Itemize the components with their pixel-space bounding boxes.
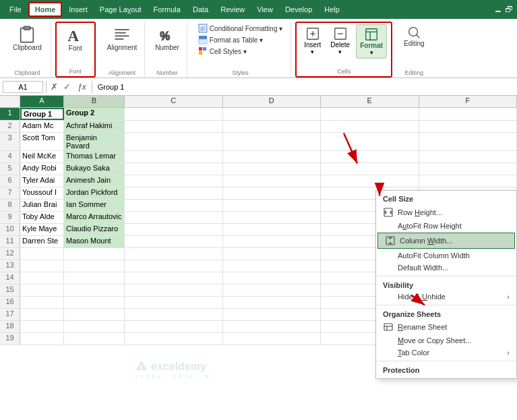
cell[interactable] (125, 121, 223, 132)
cell[interactable] (125, 163, 223, 175)
cell[interactable]: Jordan Pickford (64, 187, 125, 199)
cell[interactable] (20, 284, 64, 296)
cell[interactable] (321, 121, 419, 132)
menu-item-home[interactable]: Home (28, 2, 63, 17)
maxrestore-icon[interactable]: 🗗 (505, 5, 513, 14)
menu-item-review[interactable]: Review (215, 3, 250, 16)
cell[interactable] (20, 248, 64, 260)
cell-a1[interactable]: Group 1 (20, 108, 64, 120)
col-header-c[interactable]: C (125, 96, 223, 107)
cell[interactable] (223, 236, 322, 247)
col-header-f[interactable]: F (419, 96, 518, 107)
menu-item-pagelayout[interactable]: Page Layout (94, 3, 147, 16)
cell[interactable]: Kyle Maye (20, 224, 64, 235)
cell[interactable] (223, 200, 322, 211)
formula-input[interactable]: Group 1 (95, 82, 514, 92)
cell[interactable]: Scott Tom (20, 133, 64, 150)
cell[interactable] (125, 309, 223, 320)
cell[interactable] (223, 321, 322, 332)
cell[interactable]: Julian Brai (20, 200, 64, 211)
cell[interactable] (64, 333, 125, 344)
cell[interactable] (64, 248, 125, 260)
formula-fx-icon[interactable]: ƒx (75, 82, 89, 92)
row-height-item[interactable]: Row Height... (376, 205, 516, 220)
format-button[interactable]: Format ▾ (356, 24, 387, 59)
cell[interactable]: Darren Ste (20, 236, 64, 247)
cell[interactable] (223, 151, 322, 162)
cell[interactable]: Ian Sommer (64, 200, 125, 211)
cell[interactable] (125, 333, 223, 344)
cell[interactable] (64, 284, 125, 296)
cell[interactable] (64, 260, 125, 272)
tab-color-item[interactable]: Tab Color › (376, 347, 516, 359)
menu-item-insert[interactable]: Insert (63, 3, 93, 16)
insert-button[interactable]: Insert ▾ (301, 24, 324, 57)
col-header-e[interactable]: E (321, 96, 419, 107)
menu-item-data[interactable]: Data (187, 3, 214, 16)
delete-button[interactable]: Delete ▾ (327, 24, 353, 57)
cell[interactable] (223, 297, 322, 308)
cell[interactable] (125, 272, 223, 284)
cell[interactable] (321, 133, 419, 150)
move-copy-sheet-item[interactable]: Move or Copy Sheet... (376, 334, 516, 347)
cell[interactable] (223, 212, 322, 223)
cell[interactable] (223, 224, 322, 235)
name-box[interactable]: A1 (3, 81, 43, 93)
number-button[interactable]: % Number (153, 23, 181, 53)
cell[interactable] (321, 151, 419, 162)
formula-cancel-icon[interactable]: ✗ (49, 82, 59, 92)
cell[interactable] (125, 175, 223, 187)
cell[interactable] (419, 163, 518, 175)
menu-item-help[interactable]: Help (319, 3, 345, 16)
cell[interactable] (20, 297, 64, 308)
col-header-b[interactable]: B (64, 96, 125, 107)
cell[interactable] (223, 260, 322, 272)
format-as-table-button[interactable]: Format as Table ▾ (195, 34, 285, 45)
menu-item-formula[interactable]: Formula (148, 3, 186, 16)
cell[interactable] (321, 175, 419, 187)
cell-e1[interactable] (321, 108, 419, 120)
cell[interactable] (419, 133, 518, 150)
cell[interactable] (223, 248, 322, 260)
cell-d1[interactable] (223, 108, 322, 120)
cell[interactable]: Youssouf I (20, 187, 64, 199)
cell[interactable] (125, 187, 223, 199)
hide-unhide-item[interactable]: Hide & Unhide › (376, 291, 516, 303)
cell[interactable] (20, 309, 64, 320)
cell[interactable]: Marco Arrautovic (64, 212, 125, 223)
cell[interactable] (125, 248, 223, 260)
cell[interactable] (223, 163, 322, 175)
minimize-icon[interactable]: 🗕 (494, 5, 502, 14)
autofit-row-height-item[interactable]: AutoFit Row Height (376, 220, 516, 232)
cell[interactable]: Animesh Jain (64, 175, 125, 187)
cell[interactable] (223, 272, 322, 284)
cell[interactable]: Bukayo Saka (64, 163, 125, 175)
cell[interactable] (125, 284, 223, 296)
cell[interactable]: Neil McKe (20, 151, 64, 162)
cell[interactable]: Claudio Pizzaro (64, 224, 125, 235)
cell[interactable] (321, 163, 419, 175)
cell[interactable] (20, 260, 64, 272)
col-header-d[interactable]: D (223, 96, 322, 107)
col-header-a[interactable]: A (20, 96, 64, 107)
cell[interactable] (125, 200, 223, 211)
menu-item-view[interactable]: View (251, 3, 278, 16)
editing-button[interactable]: Editing (402, 23, 427, 49)
cell[interactable] (20, 272, 64, 284)
cell[interactable]: Achraf Hakimi (64, 121, 125, 132)
autofit-col-width-item[interactable]: AutoFit Column Width (376, 249, 516, 262)
cell[interactable] (125, 151, 223, 162)
cell[interactable] (223, 187, 322, 199)
clipboard-button[interactable]: Clipboard (11, 23, 44, 53)
conditional-formatting-button[interactable]: IF Conditional Formatting ▾ (195, 23, 285, 34)
cell[interactable]: Thomas Lemar (64, 151, 125, 162)
cell[interactable] (125, 297, 223, 308)
cell-f1[interactable] (419, 108, 518, 120)
cell[interactable] (125, 212, 223, 223)
cell[interactable] (125, 133, 223, 150)
cell[interactable] (223, 309, 322, 320)
rename-sheet-item[interactable]: Rename Sheet (376, 320, 516, 334)
cell[interactable] (419, 151, 518, 162)
alignment-button[interactable]: Alignment (105, 23, 139, 53)
cell[interactable] (64, 297, 125, 308)
